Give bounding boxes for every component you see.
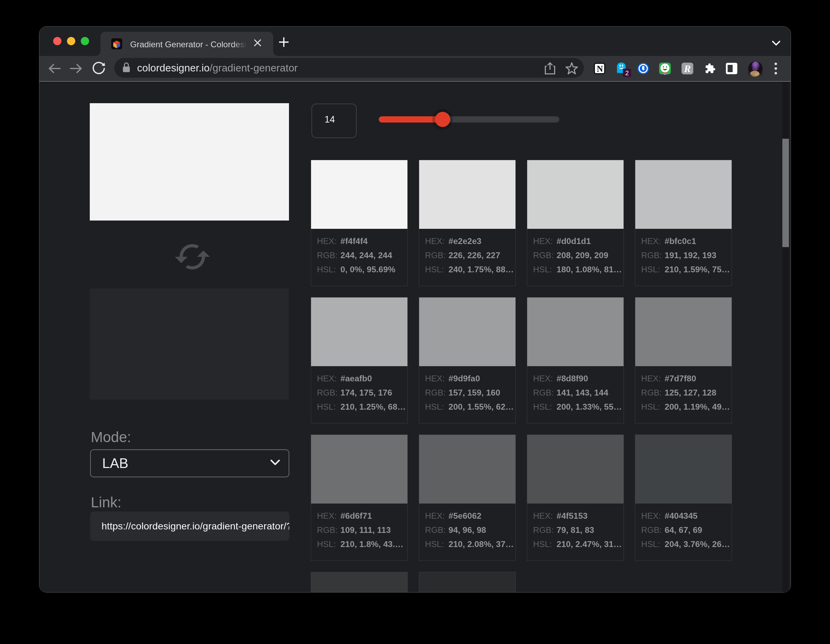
svg-text:R: R xyxy=(684,63,691,74)
svg-text:2: 2 xyxy=(625,70,629,77)
svg-text:N: N xyxy=(597,64,603,73)
